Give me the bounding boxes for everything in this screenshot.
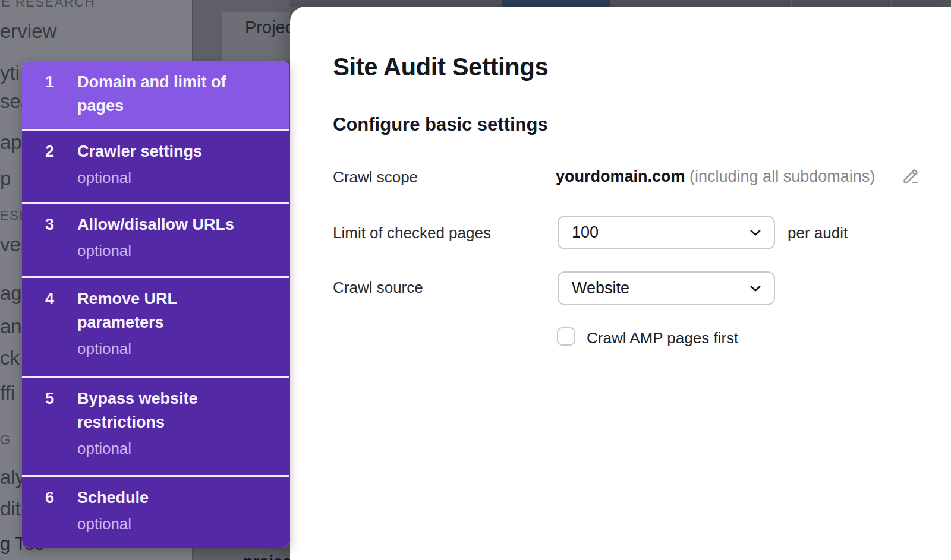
step-item-1-domain-and-limit[interactable]: 1 Domain and limit of pages [22,61,289,129]
bg-sidebar-fragment: ck [0,347,20,369]
screen: E RESEARCH erview yti sea ap p ESE ver a… [0,0,951,560]
step-item-4-remove-url-parameters[interactable]: 4 Remove URL parameters optional [22,278,289,376]
chevron-down-icon [748,225,763,241]
chevron-down-icon [748,281,763,296]
crawl-source-label: Crawl source [333,279,423,297]
step-number: 1 [22,70,77,129]
step-optional-badge: optional [77,338,289,359]
crawl-source-selected-value: Website [572,279,748,298]
limit-pages-selected-value: 100 [572,223,748,242]
bg-sidebar-fragment: E RESEARCH [1,0,95,10]
step-item-3-allow-disallow-urls[interactable]: 3 Allow/disallow URLs optional [22,204,289,276]
bg-sidebar-fragment: aly [0,466,25,489]
bg-sidebar-fragment: erview [0,20,56,43]
bg-projects-heading-text: Projec [245,18,294,37]
bg-sidebar-fragment: ffi [0,382,15,404]
step-title: Allow/disallow URLs [77,213,256,236]
crawl-amp-checkbox[interactable] [557,327,575,346]
crawl-scope-domain: yourdomain.com [556,167,685,185]
bg-top-nav-accent [502,0,610,7]
bg-top-nav-separator [791,0,792,7]
limit-pages-label: Limit of checked pages [333,224,491,242]
edit-crawl-scope-button[interactable] [900,166,921,187]
per-audit-suffix: per audit [788,224,848,242]
step-item-6-schedule[interactable]: 6 Schedule optional [22,477,289,548]
crawl-amp-label: Crawl AMP pages first [587,329,738,347]
crawl-scope-value: yourdomain.com (including all subdomains… [556,167,875,186]
crawl-scope-label: Crawl scope [333,168,418,186]
step-optional-badge: optional [77,438,289,458]
bg-projects-header: Projec [222,12,290,61]
step-optional-badge: optional [77,167,289,188]
step-item-2-crawler-settings[interactable]: 2 Crawler settings optional [22,131,289,202]
step-item-5-bypass-website-restrictions[interactable]: 5 Bypass website restrictions optional [22,378,289,475]
step-number: 6 [22,486,77,548]
step-optional-badge: optional [77,514,289,534]
section-title: Configure basic settings [333,114,548,135]
bg-sidebar-fragment: G [0,432,11,448]
step-number: 3 [22,213,77,276]
modal-title: Site Audit Settings [333,53,548,81]
step-title: Domain and limit of pages [77,70,256,118]
crawl-source-select[interactable]: Website [558,271,775,305]
step-title: Schedule [77,486,256,510]
bg-sidebar-fragment: p [0,167,11,190]
bg-sidebar-fragment: ap [0,131,22,154]
step-number: 4 [22,287,77,376]
step-number: 2 [22,140,77,202]
limit-pages-select[interactable]: 100 [558,216,775,249]
bg-sidebar-fragment: dit [0,498,21,520]
crawl-scope-note: (including all subdomains) [689,167,875,185]
bg-top-nav-separator [891,0,892,7]
step-title: Remove URL parameters [77,287,256,334]
bg-sidebar-fragment: yti [0,62,20,84]
step-number: 5 [22,387,77,475]
step-title: Crawler settings [77,140,256,163]
settings-stepper: 1 Domain and limit of pages 2 Crawler se… [22,61,289,548]
bg-top-nav-bar [290,0,951,7]
step-title: Bypass website restrictions [77,387,256,434]
step-optional-badge: optional [77,241,289,261]
pencil-icon [900,166,921,187]
site-audit-settings-modal: Site Audit Settings Configure basic sett… [290,7,951,560]
